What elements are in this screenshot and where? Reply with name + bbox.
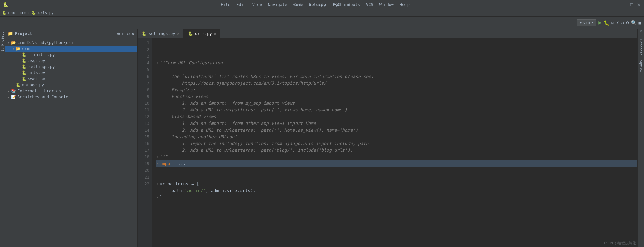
token-comment: """: [160, 154, 167, 160]
tree-root-crm[interactable]: ▾ 📂 crm D:\study\python\crm: [5, 40, 137, 46]
code-line-10: 1. Add an import: from other_app.views i…: [156, 120, 637, 127]
tree-label-init: __init__.py: [28, 52, 55, 57]
line-number-21: 21: [138, 174, 149, 181]
menu-item-edit[interactable]: Edit: [234, 2, 249, 8]
tab-urls-close[interactable]: ×: [214, 32, 216, 36]
fold-marker-1[interactable]: ▾: [156, 60, 158, 66]
toolbar-right: ▶ crm ▾ ▶ 🐛 ☑ ⚡ ↺ ⚙ 🔍 ■: [577, 19, 641, 26]
tree-label-scratches: Scratches and Consoles: [17, 95, 71, 99]
tree-label-manage: manage.py: [22, 83, 44, 87]
project-header: 📁 Project ⊕ ⇤ ⚙ ×: [5, 29, 137, 38]
code-line-22: [156, 201, 637, 207]
close-button[interactable]: ✕: [637, 2, 641, 7]
tree-item-settings[interactable]: 🐍 settings.py: [5, 64, 137, 70]
code-line-19: ▾urlpatterns = [: [156, 181, 637, 187]
code-line-4: https://docs.djangoproject.com/en/3.1/to…: [156, 80, 637, 87]
fold-marker-15[interactable]: ▾: [156, 154, 158, 160]
line-number-12: 12: [138, 113, 149, 120]
token-comment: 1. Add an import: from my_app import vie…: [161, 100, 295, 107]
token-comment: """crm URL Configuration: [160, 60, 223, 66]
token-comment: 2. Add a URL to urlpatterns: path('', vi…: [161, 107, 347, 113]
minimize-button[interactable]: —: [622, 2, 627, 7]
token-comment: Function views: [161, 93, 208, 100]
tab-urls[interactable]: 🐍 urls.py ×: [184, 29, 220, 38]
code-line-12: Including another URLconf: [156, 134, 637, 140]
run-config-dropdown[interactable]: ▶ crm ▾: [577, 19, 596, 26]
menu-item-file[interactable]: File: [218, 2, 233, 8]
database-tab[interactable]: Database: [638, 37, 643, 57]
fold-marker-21[interactable]: ▾: [156, 194, 158, 201]
code-area[interactable]: ▾"""crm URL Configuration The `urlpatter…: [152, 38, 637, 247]
tree-item-crm-folder[interactable]: ▾ 📂 crm: [5, 46, 137, 52]
run-config-label: crm: [583, 20, 590, 25]
editor-area: 🐍 settings.py × 🐍 urls.py × 123456789101…: [138, 29, 637, 247]
tab-urls-label: urls.py: [195, 31, 212, 36]
tab-settings-close[interactable]: ×: [177, 32, 179, 36]
window-title: crm - urls.py - PyCharm: [294, 2, 350, 7]
token-default: ]: [160, 194, 162, 201]
token-default: , admin.site.urls),: [206, 187, 256, 194]
project-settings-button[interactable]: ⚙: [127, 31, 129, 36]
maximize-button[interactable]: □: [629, 2, 634, 7]
line-number-15: 15: [138, 134, 149, 140]
tree-item-wsgi[interactable]: 🐍 wsgi.py: [5, 76, 137, 82]
code-line-18: [156, 174, 637, 181]
code-line-3: The `urlpatterns` list routes URLs to vi…: [156, 73, 637, 80]
menu-item-view[interactable]: View: [250, 2, 265, 8]
stop-button[interactable]: ■: [639, 20, 641, 26]
coverage-button[interactable]: ☑: [611, 20, 614, 26]
tree-label-urls: urls.py: [28, 70, 45, 75]
reload-button[interactable]: ↺: [621, 20, 624, 26]
tree-item-init[interactable]: 🐍 __init__.py: [5, 52, 137, 58]
token-comment: Examples:: [161, 87, 195, 93]
toolbar: ▶ crm ▾ ▶ 🐛 ☑ ⚡ ↺ ⚙ 🔍 ■: [0, 17, 644, 29]
line-number-18: 18: [138, 154, 149, 160]
settings-py-icon: 🐍: [142, 31, 147, 36]
token-comment: 2. Add a URL to urlpatterns: path('blog/…: [161, 147, 353, 154]
app-logo-icon: 🐍: [2, 11, 7, 15]
fold-marker-19[interactable]: ▾: [156, 181, 158, 187]
search-icon[interactable]: 🔍: [631, 20, 637, 26]
tree-item-manage[interactable]: 🐍 manage.py: [5, 82, 137, 88]
tree-label-asgi: asgi.py: [28, 58, 45, 63]
close-project-panel-button[interactable]: ×: [132, 31, 135, 36]
project-tree: ▾ 📂 crm D:\study\python\crm ▾ 📂 crm 🐍 __…: [5, 38, 137, 247]
menu-item-help[interactable]: Help: [397, 2, 412, 8]
line-number-14: 14: [138, 127, 149, 134]
tree-item-urls[interactable]: 🐍 urls.py: [5, 70, 137, 76]
tree-item-scratches[interactable]: ▸ 📝 Scratches and Consoles: [5, 94, 137, 100]
code-line-13: 1. Import the include() function: from d…: [156, 140, 637, 147]
run-button[interactable]: ▶: [598, 19, 602, 26]
title-bar-left: 🐍: [3, 2, 8, 7]
token-comment: 1. Add an import: from other_app.views i…: [161, 120, 316, 127]
editor-content: 12345678910111213141516171819202122 ▾"""…: [138, 38, 637, 247]
breadcrumb-part-1: crm: [8, 11, 15, 15]
sqview-tab[interactable]: SQView: [638, 58, 643, 74]
debug-button[interactable]: 🐛: [604, 20, 609, 26]
breadcrumb-part-3: 🐍 urls.py: [31, 11, 54, 15]
collapse-all-button[interactable]: ⇤: [122, 31, 125, 36]
tree-item-external[interactable]: ▸ 📚 External Libraries: [5, 88, 137, 94]
tree-item-asgi[interactable]: 🐍 asgi.py: [5, 58, 137, 64]
line-number-19: 19: [138, 160, 149, 167]
project-header-icon: 📁: [8, 31, 13, 36]
token-default: urlpatterns = [: [160, 181, 199, 187]
code-line-21: ▾]: [156, 194, 637, 201]
menu-item-navigate[interactable]: Navigate: [265, 2, 290, 8]
off-label: OFF: [639, 30, 643, 37]
tree-label-crm-folder: crm: [22, 46, 30, 51]
watermark: CSDN @编程抗氧化: [604, 241, 636, 246]
new-file-button[interactable]: ⊕: [117, 31, 120, 36]
settings-icon[interactable]: ⚙: [626, 20, 629, 26]
menu-item-window[interactable]: Window: [377, 2, 396, 8]
project-tab-label[interactable]: 1: Project: [0, 29, 5, 54]
profile-button[interactable]: ⚡: [616, 20, 619, 26]
fold-marker-16[interactable]: ▾: [156, 160, 158, 167]
code-line-1: ▾"""crm URL Configuration: [156, 60, 637, 66]
token-comment: 2. Add a URL to urlpatterns: path('', Ho…: [161, 127, 358, 134]
tab-settings[interactable]: 🐍 settings.py ×: [138, 29, 184, 38]
token-comment: 1. Import the include() function: from d…: [161, 140, 368, 147]
menu-item-vcs[interactable]: VCS: [363, 2, 376, 8]
tab-bar: 🐍 settings.py × 🐍 urls.py ×: [138, 29, 637, 38]
code-line-8: 2. Add a URL to urlpatterns: path('', vi…: [156, 107, 637, 113]
